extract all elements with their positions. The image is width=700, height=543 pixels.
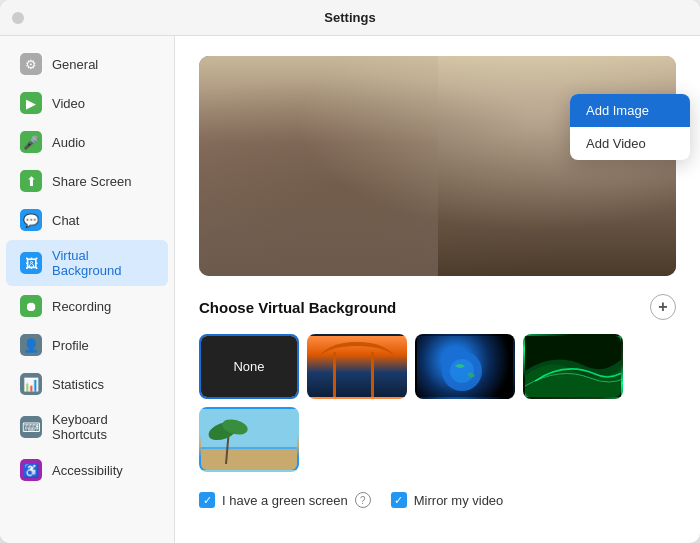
- window-controls: [12, 12, 24, 24]
- thumb-beach[interactable]: [199, 407, 299, 472]
- options-checkboxes: ✓ I have a green screen ? ✓ Mirror my vi…: [199, 492, 676, 508]
- thumb-none[interactable]: None: [199, 334, 299, 399]
- sidebar-item-keyboard-shortcuts[interactable]: ⌨Keyboard Shortcuts: [6, 404, 168, 450]
- general-icon: ⚙: [20, 53, 42, 75]
- accessibility-icon: ♿: [20, 459, 42, 481]
- sidebar-item-video[interactable]: ▶Video: [6, 84, 168, 122]
- share-screen-icon: ⬆: [20, 170, 42, 192]
- thumb-bridge[interactable]: [307, 334, 407, 399]
- bridge-arch-deco: [319, 342, 395, 377]
- green-screen-checkbox[interactable]: ✓: [199, 492, 215, 508]
- profile-label: Profile: [52, 338, 89, 353]
- video-overlay: [199, 56, 676, 276]
- close-dot[interactable]: [12, 12, 24, 24]
- add-video-option[interactable]: Add Video: [570, 127, 690, 160]
- bridge-tower-right: [371, 352, 374, 397]
- thumb-earth[interactable]: [415, 334, 515, 399]
- virtual-background-icon: 🖼: [20, 252, 42, 274]
- sidebar-item-share-screen[interactable]: ⬆Share Screen: [6, 162, 168, 200]
- sidebar-item-statistics[interactable]: 📊Statistics: [6, 365, 168, 403]
- sidebar-item-audio[interactable]: 🎤Audio: [6, 123, 168, 161]
- green-screen-label: I have a green screen: [222, 493, 348, 508]
- sidebar-item-profile[interactable]: 👤Profile: [6, 326, 168, 364]
- svg-point-1: [450, 359, 474, 383]
- recording-icon: ⏺: [20, 295, 42, 317]
- video-label: Video: [52, 96, 85, 111]
- virtual-background-label: Virtual Background: [52, 248, 154, 278]
- svg-rect-5: [201, 449, 299, 472]
- sidebar-item-virtual-background[interactable]: 🖼Virtual Background: [6, 240, 168, 286]
- general-label: General: [52, 57, 98, 72]
- mirror-video-checkbox[interactable]: ✓: [391, 492, 407, 508]
- keyboard-shortcuts-label: Keyboard Shortcuts: [52, 412, 154, 442]
- sidebar-item-chat[interactable]: 💬Chat: [6, 201, 168, 239]
- titlebar: Settings: [0, 0, 700, 36]
- chat-icon: 💬: [20, 209, 42, 231]
- share-screen-label: Share Screen: [52, 174, 132, 189]
- video-icon: ▶: [20, 92, 42, 114]
- section-header: Choose Virtual Background +: [199, 294, 676, 320]
- green-screen-option[interactable]: ✓ I have a green screen ?: [199, 492, 371, 508]
- profile-icon: 👤: [20, 334, 42, 356]
- content-area: ⚙General▶Video🎤Audio⬆Share Screen💬Chat🖼V…: [0, 36, 700, 543]
- earth-svg: [417, 336, 515, 399]
- audio-label: Audio: [52, 135, 85, 150]
- video-preview: [199, 56, 676, 276]
- keyboard-shortcuts-icon: ⌨: [20, 416, 42, 438]
- aurora-svg: [525, 336, 623, 399]
- recording-label: Recording: [52, 299, 111, 314]
- green-screen-help-icon[interactable]: ?: [355, 492, 371, 508]
- statistics-label: Statistics: [52, 377, 104, 392]
- mirror-video-label: Mirror my video: [414, 493, 504, 508]
- beach-svg: [201, 409, 299, 472]
- section-title-text: Choose Virtual Background: [199, 299, 396, 316]
- sidebar: ⚙General▶Video🎤Audio⬆Share Screen💬Chat🖼V…: [0, 36, 175, 543]
- bridge-tower-left: [333, 352, 336, 397]
- add-background-button[interactable]: +: [650, 294, 676, 320]
- thumb-aurora[interactable]: [523, 334, 623, 399]
- settings-window: Settings ⚙General▶Video🎤Audio⬆Share Scre…: [0, 0, 700, 543]
- sidebar-item-general[interactable]: ⚙General: [6, 45, 168, 83]
- sidebar-item-recording[interactable]: ⏺Recording: [6, 287, 168, 325]
- window-title: Settings: [324, 10, 375, 25]
- thumb-none-label: None: [201, 336, 297, 397]
- add-image-option[interactable]: Add Image: [570, 94, 690, 127]
- accessibility-label: Accessibility: [52, 463, 123, 478]
- main-panel: Choose Virtual Background + None: [175, 36, 700, 543]
- statistics-icon: 📊: [20, 373, 42, 395]
- add-dropdown-menu: Add Image Add Video: [570, 94, 690, 160]
- chat-label: Chat: [52, 213, 79, 228]
- mirror-video-option[interactable]: ✓ Mirror my video: [391, 492, 504, 508]
- thumbnails-grid: None: [199, 334, 676, 472]
- sidebar-item-accessibility[interactable]: ♿Accessibility: [6, 451, 168, 489]
- audio-icon: 🎤: [20, 131, 42, 153]
